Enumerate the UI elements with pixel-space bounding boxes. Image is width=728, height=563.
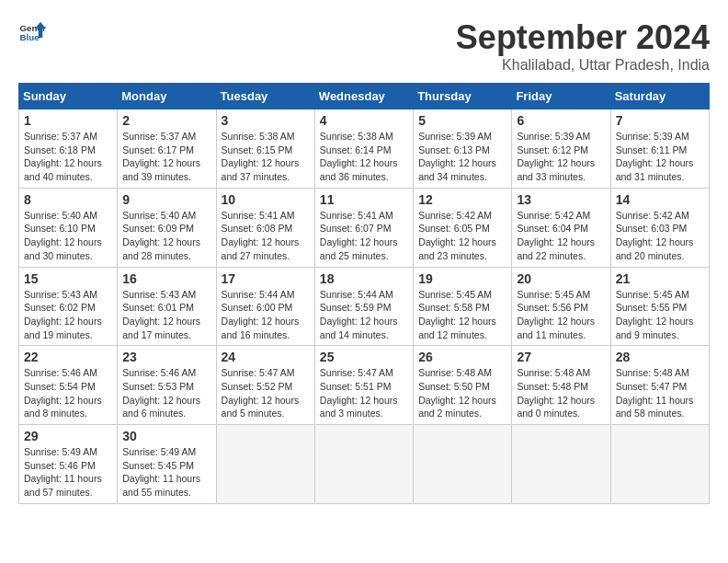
day-cell-12: 12 Sunrise: 5:42 AM Sunset: 6:05 PM Dayl… bbox=[414, 188, 512, 267]
day-number: 10 bbox=[222, 192, 310, 207]
day-number: 21 bbox=[616, 271, 704, 286]
day-info: Sunrise: 5:41 AM Sunset: 6:07 PM Dayligh… bbox=[320, 209, 408, 263]
day-cell-17: 17 Sunrise: 5:44 AM Sunset: 6:00 PM Dayl… bbox=[216, 267, 314, 346]
page-header: General Blue September 2024 Khalilabad, … bbox=[18, 18, 710, 74]
day-info: Sunrise: 5:48 AM Sunset: 5:48 PM Dayligh… bbox=[517, 366, 605, 420]
week-row-3: 15 Sunrise: 5:43 AM Sunset: 6:02 PM Dayl… bbox=[19, 267, 710, 346]
day-cell-28: 28 Sunrise: 5:48 AM Sunset: 5:47 PM Dayl… bbox=[610, 346, 709, 425]
day-number: 26 bbox=[418, 350, 506, 364]
day-number: 20 bbox=[517, 271, 605, 286]
day-info: Sunrise: 5:42 AM Sunset: 6:03 PM Dayligh… bbox=[616, 209, 704, 263]
day-number: 17 bbox=[222, 271, 310, 286]
day-cell-22: 22 Sunrise: 5:46 AM Sunset: 5:54 PM Dayl… bbox=[19, 346, 118, 425]
day-cell-3: 3 Sunrise: 5:38 AM Sunset: 6:15 PM Dayli… bbox=[216, 109, 314, 189]
day-number: 22 bbox=[24, 350, 112, 364]
day-info: Sunrise: 5:49 AM Sunset: 5:45 PM Dayligh… bbox=[122, 445, 210, 500]
day-cell-24: 24 Sunrise: 5:47 AM Sunset: 5:52 PM Dayl… bbox=[216, 346, 314, 425]
day-cell-9: 9 Sunrise: 5:40 AM Sunset: 6:09 PM Dayli… bbox=[118, 188, 216, 267]
day-number: 8 bbox=[24, 192, 112, 207]
day-info: Sunrise: 5:37 AM Sunset: 6:18 PM Dayligh… bbox=[24, 130, 112, 184]
logo-icon: General Blue bbox=[18, 18, 46, 46]
empty-cell bbox=[414, 425, 512, 504]
day-number: 6 bbox=[517, 113, 605, 128]
day-info: Sunrise: 5:38 AM Sunset: 6:14 PM Dayligh… bbox=[320, 130, 408, 184]
day-number: 30 bbox=[122, 429, 210, 443]
month-title: September 2024 bbox=[456, 18, 710, 57]
header-friday: Friday bbox=[512, 84, 610, 109]
day-info: Sunrise: 5:37 AM Sunset: 6:17 PM Dayligh… bbox=[122, 130, 210, 184]
day-info: Sunrise: 5:49 AM Sunset: 5:46 PM Dayligh… bbox=[24, 445, 112, 500]
header-saturday: Saturday bbox=[610, 84, 709, 109]
day-number: 14 bbox=[616, 192, 704, 207]
day-cell-15: 15 Sunrise: 5:43 AM Sunset: 6:02 PM Dayl… bbox=[19, 267, 118, 346]
day-info: Sunrise: 5:45 AM Sunset: 5:58 PM Dayligh… bbox=[418, 288, 506, 342]
calendar-table: Sunday Monday Tuesday Wednesday Thursday… bbox=[18, 83, 710, 504]
empty-cell bbox=[216, 425, 314, 504]
header-sunday: Sunday bbox=[19, 84, 118, 109]
day-info: Sunrise: 5:42 AM Sunset: 6:04 PM Dayligh… bbox=[517, 209, 605, 263]
day-info: Sunrise: 5:46 AM Sunset: 5:54 PM Dayligh… bbox=[24, 366, 112, 420]
day-cell-21: 21 Sunrise: 5:45 AM Sunset: 5:55 PM Dayl… bbox=[610, 267, 709, 346]
day-info: Sunrise: 5:48 AM Sunset: 5:50 PM Dayligh… bbox=[418, 366, 506, 420]
day-info: Sunrise: 5:39 AM Sunset: 6:13 PM Dayligh… bbox=[418, 130, 506, 184]
day-cell-11: 11 Sunrise: 5:41 AM Sunset: 6:07 PM Dayl… bbox=[314, 188, 413, 267]
day-info: Sunrise: 5:43 AM Sunset: 6:02 PM Dayligh… bbox=[24, 288, 112, 342]
day-info: Sunrise: 5:41 AM Sunset: 6:08 PM Dayligh… bbox=[222, 209, 310, 263]
day-cell-6: 6 Sunrise: 5:39 AM Sunset: 6:12 PM Dayli… bbox=[512, 109, 610, 189]
day-cell-5: 5 Sunrise: 5:39 AM Sunset: 6:13 PM Dayli… bbox=[414, 109, 512, 189]
logo: General Blue bbox=[18, 18, 46, 46]
day-number: 27 bbox=[517, 350, 605, 364]
day-number: 19 bbox=[418, 271, 506, 286]
location: Khalilabad, Uttar Pradesh, India bbox=[456, 57, 710, 74]
week-row-5: 29 Sunrise: 5:49 AM Sunset: 5:46 PM Dayl… bbox=[19, 425, 710, 504]
title-section: September 2024 Khalilabad, Uttar Pradesh… bbox=[456, 18, 710, 74]
day-number: 3 bbox=[222, 113, 310, 128]
day-number: 16 bbox=[122, 271, 210, 286]
day-cell-26: 26 Sunrise: 5:48 AM Sunset: 5:50 PM Dayl… bbox=[414, 346, 512, 425]
header-row: Sunday Monday Tuesday Wednesday Thursday… bbox=[19, 84, 710, 109]
day-number: 15 bbox=[24, 271, 112, 286]
day-cell-16: 16 Sunrise: 5:43 AM Sunset: 6:01 PM Dayl… bbox=[118, 267, 216, 346]
day-cell-18: 18 Sunrise: 5:44 AM Sunset: 5:59 PM Dayl… bbox=[314, 267, 413, 346]
empty-cell bbox=[314, 425, 413, 504]
day-number: 11 bbox=[320, 192, 408, 207]
header-thursday: Thursday bbox=[414, 84, 512, 109]
day-number: 23 bbox=[122, 350, 210, 364]
day-cell-27: 27 Sunrise: 5:48 AM Sunset: 5:48 PM Dayl… bbox=[512, 346, 610, 425]
day-info: Sunrise: 5:43 AM Sunset: 6:01 PM Dayligh… bbox=[122, 288, 210, 342]
day-info: Sunrise: 5:45 AM Sunset: 5:55 PM Dayligh… bbox=[616, 288, 704, 342]
day-number: 18 bbox=[320, 271, 408, 286]
day-number: 29 bbox=[24, 429, 112, 443]
day-info: Sunrise: 5:44 AM Sunset: 5:59 PM Dayligh… bbox=[320, 288, 408, 342]
day-cell-20: 20 Sunrise: 5:45 AM Sunset: 5:56 PM Dayl… bbox=[512, 267, 610, 346]
day-cell-13: 13 Sunrise: 5:42 AM Sunset: 6:04 PM Dayl… bbox=[512, 188, 610, 267]
day-info: Sunrise: 5:42 AM Sunset: 6:05 PM Dayligh… bbox=[418, 209, 506, 263]
day-cell-30: 30 Sunrise: 5:49 AM Sunset: 5:45 PM Dayl… bbox=[118, 425, 216, 504]
day-cell-10: 10 Sunrise: 5:41 AM Sunset: 6:08 PM Dayl… bbox=[216, 188, 314, 267]
day-number: 1 bbox=[24, 113, 112, 128]
day-info: Sunrise: 5:40 AM Sunset: 6:09 PM Dayligh… bbox=[122, 209, 210, 263]
day-cell-1: 1 Sunrise: 5:37 AM Sunset: 6:18 PM Dayli… bbox=[19, 109, 118, 189]
week-row-4: 22 Sunrise: 5:46 AM Sunset: 5:54 PM Dayl… bbox=[19, 346, 710, 425]
week-row-1: 1 Sunrise: 5:37 AM Sunset: 6:18 PM Dayli… bbox=[19, 109, 710, 189]
day-cell-14: 14 Sunrise: 5:42 AM Sunset: 6:03 PM Dayl… bbox=[610, 188, 709, 267]
day-info: Sunrise: 5:40 AM Sunset: 6:10 PM Dayligh… bbox=[24, 209, 112, 263]
day-number: 25 bbox=[320, 350, 408, 364]
day-info: Sunrise: 5:38 AM Sunset: 6:15 PM Dayligh… bbox=[222, 130, 310, 184]
day-cell-2: 2 Sunrise: 5:37 AM Sunset: 6:17 PM Dayli… bbox=[118, 109, 216, 189]
header-tuesday: Tuesday bbox=[216, 84, 314, 109]
day-number: 13 bbox=[517, 192, 605, 207]
svg-text:Blue: Blue bbox=[20, 32, 40, 42]
day-info: Sunrise: 5:46 AM Sunset: 5:53 PM Dayligh… bbox=[122, 366, 210, 420]
header-monday: Monday bbox=[118, 84, 216, 109]
day-cell-29: 29 Sunrise: 5:49 AM Sunset: 5:46 PM Dayl… bbox=[19, 425, 118, 504]
day-number: 2 bbox=[122, 113, 210, 128]
day-number: 24 bbox=[222, 350, 310, 364]
day-info: Sunrise: 5:39 AM Sunset: 6:11 PM Dayligh… bbox=[616, 130, 704, 184]
day-cell-7: 7 Sunrise: 5:39 AM Sunset: 6:11 PM Dayli… bbox=[610, 109, 709, 189]
day-cell-8: 8 Sunrise: 5:40 AM Sunset: 6:10 PM Dayli… bbox=[19, 188, 118, 267]
day-info: Sunrise: 5:47 AM Sunset: 5:51 PM Dayligh… bbox=[320, 366, 408, 420]
day-info: Sunrise: 5:44 AM Sunset: 6:00 PM Dayligh… bbox=[222, 288, 310, 342]
day-number: 12 bbox=[418, 192, 506, 207]
week-row-2: 8 Sunrise: 5:40 AM Sunset: 6:10 PM Dayli… bbox=[19, 188, 710, 267]
